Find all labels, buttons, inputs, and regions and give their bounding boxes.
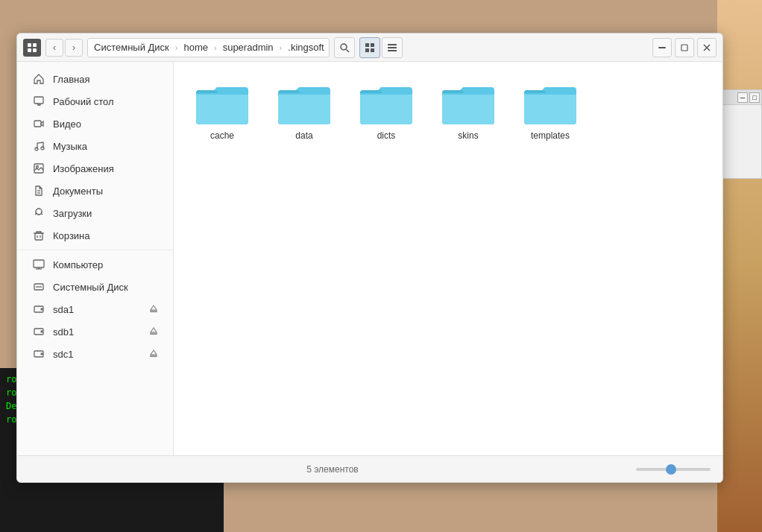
sidebar-system-disk-label: Системный Диск — [53, 282, 128, 293]
home-icon — [32, 72, 45, 86]
folder-icon-templates — [524, 83, 576, 127]
file-manager-window: ‹ › Системный Диск › home › superadmin ›… — [16, 33, 723, 483]
svg-line-29 — [41, 213, 42, 215]
main-area: Главная Рабочий стол — [17, 62, 722, 455]
folder-icon-skins — [442, 83, 494, 127]
folder-item-data[interactable]: data — [271, 77, 338, 147]
folder-label-skins: skins — [458, 130, 478, 141]
bg-window-titlebar: ─ □ — [722, 90, 761, 105]
sidebar-item-music[interactable]: Музыка — [20, 135, 170, 157]
svg-line-5 — [347, 49, 350, 52]
sidebar-divider-1 — [17, 250, 173, 250]
back-button[interactable]: ‹ — [45, 39, 63, 57]
grid-view-button[interactable] — [359, 37, 380, 58]
sidebar-item-documents[interactable]: Документы — [20, 180, 170, 202]
svg-rect-39 — [34, 306, 43, 312]
folder-item-templates[interactable]: templates — [517, 77, 584, 147]
view-toggle-buttons — [359, 37, 403, 58]
desktop-wallpaper — [717, 0, 762, 532]
svg-rect-43 — [34, 329, 43, 335]
trash-icon — [32, 229, 45, 242]
sidebar-sdb1-label: sdb1 — [53, 326, 74, 338]
minimize-button[interactable] — [652, 38, 672, 57]
navigation-buttons: ‹ › — [45, 39, 83, 57]
folder-item-cache[interactable]: cache — [189, 77, 256, 147]
folder-label-templates: templates — [531, 130, 570, 141]
svg-point-40 — [41, 308, 42, 310]
zoom-control — [636, 468, 711, 471]
close-button[interactable] — [697, 38, 717, 57]
sidebar-item-sda1[interactable]: sda1 — [20, 298, 170, 320]
drive-sdc1-icon — [32, 347, 45, 361]
folder-item-skins[interactable]: skins — [435, 77, 502, 147]
svg-rect-12 — [388, 50, 397, 51]
drive-sdb1-icon — [32, 325, 45, 338]
svg-rect-9 — [371, 48, 374, 52]
svg-marker-45 — [151, 328, 157, 332]
zoom-thumb[interactable] — [666, 464, 676, 475]
breadcrumb-superadmin[interactable]: superadmin — [217, 39, 280, 57]
svg-rect-47 — [34, 351, 43, 357]
list-view-button[interactable] — [382, 37, 403, 58]
svg-point-22 — [41, 147, 44, 150]
maximize-button[interactable] — [675, 38, 694, 57]
sidebar-item-images[interactable]: Изображения — [20, 157, 170, 180]
bg-window-minimize[interactable]: ─ — [737, 92, 748, 103]
search-button[interactable] — [334, 37, 355, 58]
sidebar-item-computer[interactable]: Компьютер — [20, 253, 170, 276]
video-icon — [32, 117, 45, 130]
svg-rect-7 — [371, 43, 374, 47]
sidebar-item-sdb1[interactable]: sdb1 — [20, 320, 170, 343]
svg-point-48 — [41, 353, 42, 355]
breadcrumb-bar: Системный Диск › home › superadmin › .ki… — [87, 38, 330, 57]
status-count: 5 элементов — [29, 464, 636, 475]
sidebar-item-system-disk[interactable]: Системный Диск — [20, 276, 170, 298]
svg-rect-50 — [151, 355, 157, 357]
sidebar-item-trash[interactable]: Корзина — [20, 224, 170, 247]
breadcrumb-kingsoft[interactable]: .kingsoft — [282, 39, 330, 57]
background-window: ─ □ — [721, 89, 762, 179]
zoom-slider[interactable] — [636, 468, 711, 471]
breadcrumb-home[interactable]: home — [177, 39, 214, 57]
images-icon — [32, 162, 45, 175]
svg-marker-49 — [151, 350, 157, 355]
svg-rect-1 — [33, 43, 37, 47]
folder-icon-dicts — [360, 83, 412, 127]
svg-rect-34 — [34, 260, 44, 267]
svg-rect-11 — [388, 47, 397, 48]
documents-icon — [32, 184, 45, 197]
computer-icon — [32, 258, 45, 271]
system-disk-icon — [32, 280, 45, 294]
svg-rect-6 — [365, 43, 369, 47]
sidebar-sda1-label: sda1 — [53, 304, 74, 315]
svg-rect-10 — [388, 44, 397, 45]
sidebar-computer-label: Компьютер — [53, 259, 103, 270]
sidebar-trash-label: Корзина — [53, 230, 90, 241]
app-logo — [23, 39, 41, 57]
svg-rect-13 — [658, 47, 666, 48]
drive-sda1-icon — [32, 303, 45, 316]
sidebar-item-desktop[interactable]: Рабочий стол — [20, 90, 170, 113]
sidebar-item-video[interactable]: Видео — [20, 113, 170, 135]
svg-point-44 — [41, 331, 42, 332]
downloads-icon — [32, 206, 45, 220]
bg-window-maximize[interactable]: □ — [749, 92, 760, 103]
sidebar-item-sdc1[interactable]: sdc1 — [20, 343, 170, 365]
breadcrumb-system-disk[interactable]: Системный Диск — [88, 39, 175, 57]
eject-sda1-button[interactable] — [149, 304, 158, 315]
sidebar-item-home[interactable]: Главная — [20, 68, 170, 90]
music-icon — [32, 139, 45, 153]
file-content-area: cache data — [174, 62, 722, 455]
svg-point-24 — [37, 166, 39, 168]
folder-label-data: data — [295, 130, 312, 141]
titlebar: ‹ › Системный Диск › home › superadmin ›… — [17, 34, 722, 62]
svg-rect-3 — [33, 48, 37, 52]
sidebar-sdc1-label: sdc1 — [53, 349, 73, 360]
folder-item-dicts[interactable]: dicts — [353, 77, 420, 147]
eject-sdb1-button[interactable] — [149, 326, 158, 338]
forward-button[interactable]: › — [65, 39, 83, 57]
eject-sdc1-button[interactable] — [149, 349, 158, 360]
svg-rect-2 — [28, 48, 31, 52]
svg-marker-41 — [151, 305, 157, 310]
sidebar-item-downloads[interactable]: Загрузки — [20, 202, 170, 224]
